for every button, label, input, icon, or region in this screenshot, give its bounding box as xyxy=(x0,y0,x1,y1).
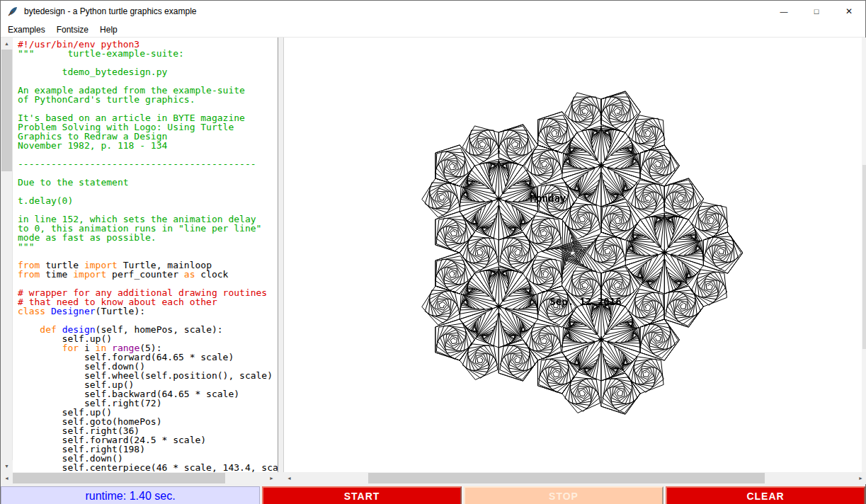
scroll-up-icon[interactable]: ▲ xyxy=(1,38,13,50)
clear-button[interactable]: CLEAR xyxy=(666,486,865,504)
code-line: of PythonCard's turtle graphics. xyxy=(18,95,278,104)
control-bar: runtime: 1.40 sec. START STOP CLEAR xyxy=(1,484,865,504)
editor-hscroll-thumb[interactable] xyxy=(13,473,225,483)
code-line: class Designer(Turtle): xyxy=(18,307,278,316)
minimize-button[interactable]: — xyxy=(768,1,800,22)
scroll-left-icon[interactable]: ◄ xyxy=(1,472,13,484)
code-line: November 1982, p. 118 - 134 xyxy=(18,141,278,150)
code-line: from time import perf_counter as clock xyxy=(18,270,278,279)
code-line: t.delay(0) xyxy=(18,196,278,205)
scroll-down-icon[interactable]: ▼ xyxy=(1,460,13,472)
turtle-app-icon xyxy=(7,6,18,17)
stop-button[interactable]: STOP xyxy=(464,486,663,504)
start-button[interactable]: START xyxy=(262,486,462,504)
pane-divider xyxy=(278,38,283,472)
code-line: mode as fast as possible. xyxy=(18,233,278,242)
hscroll-row: ◄ ► ◄ ► xyxy=(1,472,865,484)
titlebar: bytedesign - a Python turtle graphics ex… xyxy=(1,1,865,22)
canvas-pane xyxy=(283,38,862,472)
close-button[interactable]: ✕ xyxy=(833,1,865,22)
code-editor[interactable]: #!/usr/bin/env python3""" turtle-example… xyxy=(13,38,278,472)
code-line: """ turtle-example-suite: xyxy=(18,49,278,58)
canvas-vertical-scrollbar[interactable] xyxy=(862,38,866,472)
window-title: bytedesign - a Python turtle graphics ex… xyxy=(24,6,196,16)
menu-examples[interactable]: Examples xyxy=(2,23,51,37)
menubar: Examples Fontsize Help xyxy=(1,22,865,38)
code-line: tdemo_bytedesign.py xyxy=(18,67,278,76)
code-line: """ xyxy=(18,242,278,251)
canvas-hscroll-thumb[interactable] xyxy=(368,473,765,483)
hscroll-gap xyxy=(278,472,283,484)
turtle-canvas xyxy=(284,38,862,468)
scroll-left-icon[interactable]: ◄ xyxy=(283,472,295,484)
code-line: Due to the statement xyxy=(18,178,278,187)
code-line: ----------------------------------------… xyxy=(18,159,278,168)
app-window: bytedesign - a Python turtle graphics ex… xyxy=(0,0,866,504)
scroll-right-icon[interactable]: ► xyxy=(266,472,278,484)
editor-vertical-scrollbar[interactable]: ▲ ▼ xyxy=(1,38,13,472)
runtime-label: runtime: 1.40 sec. xyxy=(1,486,260,504)
canvas-horizontal-scrollbar[interactable]: ◄ ► xyxy=(283,472,866,484)
maximize-button[interactable]: □ xyxy=(800,1,833,22)
scroll-right-icon[interactable]: ► xyxy=(855,472,866,484)
menu-fontsize[interactable]: Fontsize xyxy=(51,23,94,37)
editor-horizontal-scrollbar[interactable]: ◄ ► xyxy=(1,472,278,484)
code-line: self.centerpiece(46 * scale, 143.4, scal… xyxy=(18,463,278,472)
canvas-vscroll-thumb[interactable] xyxy=(862,165,866,349)
menu-help[interactable]: Help xyxy=(94,23,123,37)
editor-vscroll-thumb[interactable] xyxy=(1,50,12,171)
main-area: ▲ ▼ #!/usr/bin/env python3""" turtle-exa… xyxy=(1,38,865,472)
